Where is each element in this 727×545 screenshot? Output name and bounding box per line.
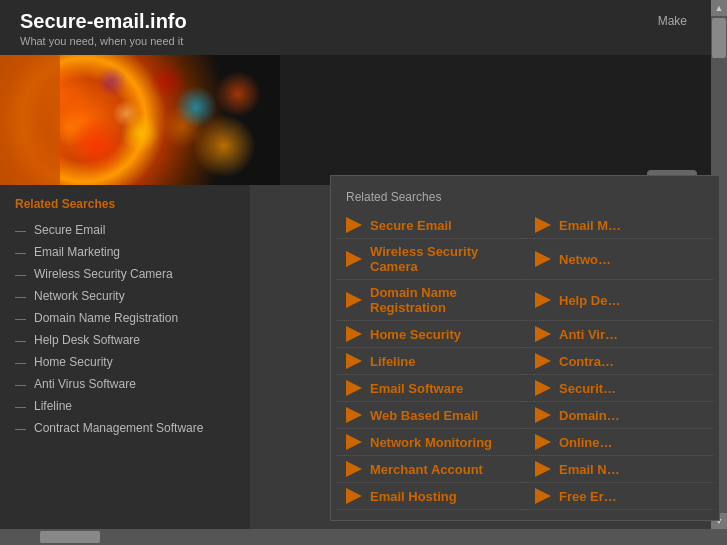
panel-item-left[interactable]: Home Security: [336, 321, 525, 348]
sidebar-item-label: Domain Name Registration: [34, 311, 178, 325]
panel-item-left[interactable]: Merchant Account: [336, 456, 525, 483]
related-panel-title: Related Searches: [331, 186, 719, 212]
panel-item-right[interactable]: Anti Vir…: [525, 321, 714, 348]
sidebar-item-label: Network Security: [34, 289, 125, 303]
panel-item-left[interactable]: Email Software: [336, 375, 525, 402]
banner: [0, 55, 727, 185]
sidebar-item[interactable]: —Wireless Security Camera: [0, 263, 250, 285]
panel-item-label: Email M…: [559, 218, 621, 233]
panel-item-label: Email Software: [370, 381, 463, 396]
panel-item-arrow-icon: [346, 326, 362, 342]
panel-item-arrow-icon: [535, 251, 551, 267]
panel-item-label: Web Based Email: [370, 408, 478, 423]
panel-item-arrow-icon: [346, 434, 362, 450]
site-subtitle: What you need, when you need it: [20, 35, 187, 47]
panel-item-arrow-icon: [535, 292, 551, 308]
sidebar-item-label: Lifeline: [34, 399, 72, 413]
sidebar-item-label: Email Marketing: [34, 245, 120, 259]
panel-item-arrow-icon: [346, 353, 362, 369]
panel-item-arrow-icon: [535, 407, 551, 423]
sidebar-arrow-icon: —: [15, 290, 26, 302]
sidebar-item[interactable]: —Help Desk Software: [0, 329, 250, 351]
panel-item-arrow-icon: [346, 407, 362, 423]
panel-item-arrow-icon: [346, 292, 362, 308]
panel-item-label: Home Security: [370, 327, 461, 342]
panel-item-label: Network Monitoring: [370, 435, 492, 450]
panel-item-left[interactable]: Domain Name Registration: [336, 280, 525, 321]
panel-item-arrow-icon: [346, 488, 362, 504]
sidebar-arrow-icon: —: [15, 422, 26, 434]
panel-item-right[interactable]: Securit…: [525, 375, 714, 402]
panel-item-label: Wireless Security Camera: [370, 244, 515, 274]
sidebar-item-label: Home Security: [34, 355, 113, 369]
panel-item-right[interactable]: Contra…: [525, 348, 714, 375]
panel-item-left[interactable]: Network Monitoring: [336, 429, 525, 456]
sidebar-item[interactable]: —Network Security: [0, 285, 250, 307]
panel-item-arrow-icon: [535, 380, 551, 396]
sidebar: Related Searches —Secure Email—Email Mar…: [0, 185, 250, 529]
scrollbar-horizontal[interactable]: [0, 529, 711, 545]
panel-item-left[interactable]: Lifeline: [336, 348, 525, 375]
panel-item-right[interactable]: Email N…: [525, 456, 714, 483]
panel-item-label: Securit…: [559, 381, 616, 396]
panel-item-arrow-icon: [535, 217, 551, 233]
sidebar-title: Related Searches: [0, 197, 250, 219]
panel-item-arrow-icon: [346, 251, 362, 267]
banner-image: [0, 55, 280, 185]
panel-item-arrow-icon: [535, 488, 551, 504]
scroll-thumb-vertical[interactable]: [712, 18, 726, 58]
site-title: Secure-email.info: [20, 10, 187, 33]
panel-item-right[interactable]: Help De…: [525, 280, 714, 321]
panel-item-left[interactable]: Secure Email: [336, 212, 525, 239]
panel-item-label: Domain…: [559, 408, 620, 423]
panel-item-right[interactable]: Online…: [525, 429, 714, 456]
sidebar-item[interactable]: —Lifeline: [0, 395, 250, 417]
panel-item-right[interactable]: Email M…: [525, 212, 714, 239]
sidebar-item[interactable]: —Domain Name Registration: [0, 307, 250, 329]
sidebar-item-label: Contract Management Software: [34, 421, 203, 435]
panel-item-label: Domain Name Registration: [370, 285, 515, 315]
header-left: Secure-email.info What you need, when yo…: [20, 10, 187, 47]
sidebar-item[interactable]: —Secure Email: [0, 219, 250, 241]
sidebar-arrow-icon: —: [15, 378, 26, 390]
panel-item-right[interactable]: Netwo…: [525, 239, 714, 280]
panel-item-arrow-icon: [346, 217, 362, 233]
banner-orange-bar: [0, 55, 60, 185]
panel-item-arrow-icon: [535, 353, 551, 369]
main-content: Related Searches —Secure Email—Email Mar…: [0, 185, 727, 529]
panel-item-right[interactable]: Free Er…: [525, 483, 714, 510]
panel-item-label: Help De…: [559, 293, 620, 308]
sidebar-arrow-icon: —: [15, 246, 26, 258]
panel-item-right[interactable]: Domain…: [525, 402, 714, 429]
sidebar-arrow-icon: —: [15, 312, 26, 324]
sidebar-item[interactable]: —Contract Management Software: [0, 417, 250, 439]
panel-items-grid: Secure EmailEmail M…Wireless Security Ca…: [331, 212, 719, 510]
sidebar-item[interactable]: —Email Marketing: [0, 241, 250, 263]
header-make-label: Make: [658, 10, 687, 28]
sidebar-item[interactable]: —Anti Virus Software: [0, 373, 250, 395]
panel-item-label: Contra…: [559, 354, 614, 369]
panel-item-arrow-icon: [535, 326, 551, 342]
sidebar-arrow-icon: —: [15, 224, 26, 236]
header: Secure-email.info What you need, when yo…: [0, 0, 727, 55]
panel-item-arrow-icon: [346, 461, 362, 477]
sidebar-item-label: Wireless Security Camera: [34, 267, 173, 281]
sidebar-item[interactable]: —Home Security: [0, 351, 250, 373]
panel-item-label: Free Er…: [559, 489, 617, 504]
sidebar-arrow-icon: —: [15, 400, 26, 412]
sidebar-item-label: Secure Email: [34, 223, 105, 237]
panel-item-arrow-icon: [535, 461, 551, 477]
panel-item-label: Lifeline: [370, 354, 416, 369]
panel-item-left[interactable]: Web Based Email: [336, 402, 525, 429]
related-panel: Related Searches Secure EmailEmail M…Wir…: [330, 175, 720, 521]
banner-dark-overlay: [280, 55, 727, 185]
sidebar-item-label: Help Desk Software: [34, 333, 140, 347]
panel-item-left[interactable]: Wireless Security Camera: [336, 239, 525, 280]
panel-item-label: Online…: [559, 435, 612, 450]
scroll-up-arrow[interactable]: ▲: [711, 0, 727, 16]
panel-item-arrow-icon: [346, 380, 362, 396]
scroll-thumb-horizontal[interactable]: [40, 531, 100, 543]
panel-item-label: Secure Email: [370, 218, 452, 233]
panel-item-left[interactable]: Email Hosting: [336, 483, 525, 510]
sidebar-arrow-icon: —: [15, 334, 26, 346]
